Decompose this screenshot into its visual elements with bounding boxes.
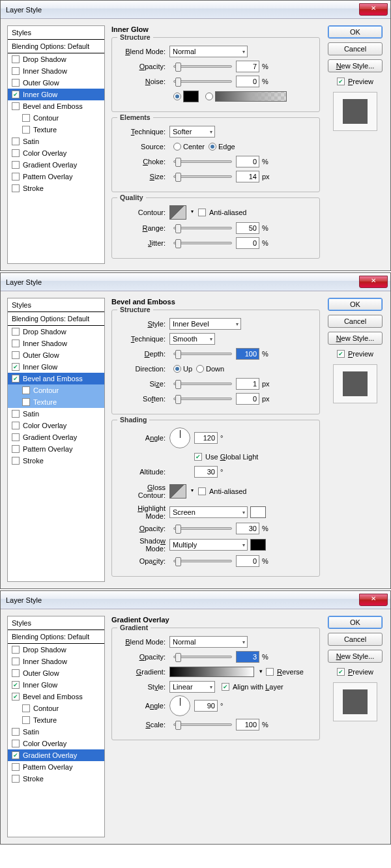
new-style-button[interactable]: New Style...	[328, 332, 383, 345]
choke-input[interactable]	[236, 156, 259, 167]
cancel-button[interactable]: Cancel	[328, 633, 383, 646]
checkbox[interactable]	[12, 173, 20, 181]
style-pattern-overlay[interactable]: Pattern Overlay	[8, 443, 104, 455]
new-style-button[interactable]: New Style...	[328, 650, 383, 663]
gradient-picker[interactable]	[215, 91, 287, 102]
shadow-opacity-slider[interactable]	[173, 560, 232, 562]
reverse-checkbox[interactable]	[266, 668, 274, 676]
jitter-input[interactable]	[236, 237, 259, 249]
ok-button[interactable]: OK	[328, 616, 383, 629]
style-bevel-emboss[interactable]: Bevel and Emboss	[8, 100, 104, 112]
style-inner-shadow[interactable]: Inner Shadow	[8, 338, 104, 349]
cancel-button[interactable]: Cancel	[328, 315, 383, 328]
noise-input[interactable]	[236, 76, 259, 87]
highlight-mode-dropdown[interactable]: Screen	[169, 506, 248, 518]
style-bevel-emboss[interactable]: ✔Bevel and Emboss	[8, 691, 104, 702]
styles-header[interactable]: Styles	[8, 26, 104, 40]
checkbox[interactable]	[12, 67, 20, 75]
soften-input[interactable]	[236, 393, 259, 405]
style-contour[interactable]: Contour	[8, 112, 104, 124]
checkbox[interactable]	[12, 137, 20, 145]
style-inner-shadow[interactable]: Inner Shadow	[8, 656, 104, 667]
style-dropdown[interactable]: Linear	[169, 681, 215, 693]
style-drop-shadow[interactable]: Drop Shadow	[8, 53, 104, 65]
style-outer-glow[interactable]: Outer Glow	[8, 667, 104, 679]
technique-dropdown[interactable]: Softer	[169, 126, 215, 137]
antialiased-checkbox[interactable]	[198, 487, 206, 495]
blending-options[interactable]: Blending Options: Default	[8, 40, 104, 53]
style-bevel-emboss[interactable]: ✔Bevel and Emboss	[8, 373, 104, 384]
depth-slider[interactable]	[173, 353, 232, 355]
angle-input[interactable]	[194, 432, 218, 444]
scale-input[interactable]	[236, 719, 259, 731]
checkbox[interactable]	[12, 184, 20, 192]
source-center-radio[interactable]	[173, 143, 181, 151]
style-dropdown[interactable]: Inner Bevel	[169, 318, 241, 330]
style-color-overlay[interactable]: Color Overlay	[8, 147, 104, 159]
style-inner-shadow[interactable]: Inner Shadow	[8, 65, 104, 77]
opacity-slider[interactable]	[173, 65, 232, 68]
ok-button[interactable]: OK	[328, 298, 383, 311]
scale-slider[interactable]	[173, 723, 232, 726]
source-edge-radio[interactable]	[209, 143, 216, 151]
style-gradient-overlay[interactable]: ✔Gradient Overlay	[8, 749, 104, 761]
style-gradient-overlay[interactable]: Gradient Overlay	[8, 431, 104, 443]
soften-slider[interactable]	[173, 398, 232, 400]
checkbox[interactable]	[12, 55, 20, 63]
size-input[interactable]	[236, 378, 259, 390]
style-drop-shadow[interactable]: Drop Shadow	[8, 326, 104, 338]
style-stroke[interactable]: Stroke	[8, 455, 104, 467]
close-button[interactable]: ✕	[359, 3, 388, 16]
preview-checkbox[interactable]: ✔	[337, 78, 345, 85]
blend-mode-dropdown[interactable]: Normal	[169, 636, 248, 648]
style-gradient-overlay[interactable]: Gradient Overlay	[8, 159, 104, 171]
new-style-button[interactable]: New Style...	[328, 59, 383, 72]
style-stroke[interactable]: Stroke	[8, 182, 104, 194]
highlight-opacity-input[interactable]	[236, 523, 259, 534]
checkbox[interactable]	[12, 79, 20, 87]
close-button[interactable]: ✕	[359, 594, 388, 606]
antialiased-checkbox[interactable]	[198, 209, 206, 216]
style-pattern-overlay[interactable]: Pattern Overlay	[8, 761, 104, 773]
style-satin[interactable]: Satin	[8, 136, 104, 147]
align-checkbox[interactable]: ✔	[222, 683, 229, 691]
style-outer-glow[interactable]: Outer Glow	[8, 349, 104, 361]
direction-down-radio[interactable]	[196, 365, 204, 373]
contour-picker[interactable]	[169, 205, 186, 220]
opacity-slider[interactable]	[173, 656, 232, 658]
global-light-checkbox[interactable]: ✔	[194, 453, 202, 461]
opacity-input[interactable]	[236, 651, 259, 663]
range-input[interactable]	[236, 222, 259, 234]
style-inner-glow[interactable]: ✔Inner Glow	[8, 361, 104, 373]
angle-dial[interactable]	[169, 427, 190, 448]
blend-mode-dropdown[interactable]: Normal	[169, 46, 248, 57]
opacity-input[interactable]	[236, 61, 259, 72]
style-pattern-overlay[interactable]: Pattern Overlay	[8, 171, 104, 182]
gloss-contour-picker[interactable]	[169, 484, 186, 499]
depth-input[interactable]	[236, 348, 259, 360]
cancel-button[interactable]: Cancel	[328, 42, 383, 55]
size-slider[interactable]	[173, 383, 232, 385]
checkbox[interactable]	[12, 149, 20, 157]
style-stroke[interactable]: Stroke	[8, 773, 104, 785]
angle-input[interactable]	[194, 700, 218, 712]
highlight-color[interactable]	[250, 506, 266, 518]
style-texture[interactable]: Texture	[8, 396, 104, 408]
noise-slider[interactable]	[173, 80, 232, 83]
checkbox[interactable]: ✔	[12, 91, 20, 98]
style-contour[interactable]: Contour	[8, 702, 104, 714]
checkbox[interactable]	[22, 114, 30, 122]
checkbox[interactable]	[12, 102, 20, 110]
style-texture[interactable]: Texture	[8, 124, 104, 136]
size-input[interactable]	[236, 171, 259, 182]
style-satin[interactable]: Satin	[8, 408, 104, 420]
preview-checkbox[interactable]: ✔	[337, 668, 345, 676]
altitude-input[interactable]	[194, 466, 218, 478]
shadow-mode-dropdown[interactable]: Multiply	[169, 539, 248, 551]
style-inner-glow[interactable]: ✔Inner Glow	[8, 679, 104, 691]
technique-dropdown[interactable]: Smooth	[169, 333, 215, 345]
close-button[interactable]: ✕	[359, 276, 388, 288]
style-outer-glow[interactable]: Outer Glow	[8, 77, 104, 89]
style-inner-glow[interactable]: ✔Inner Glow	[8, 89, 104, 100]
checkbox[interactable]	[12, 161, 20, 169]
